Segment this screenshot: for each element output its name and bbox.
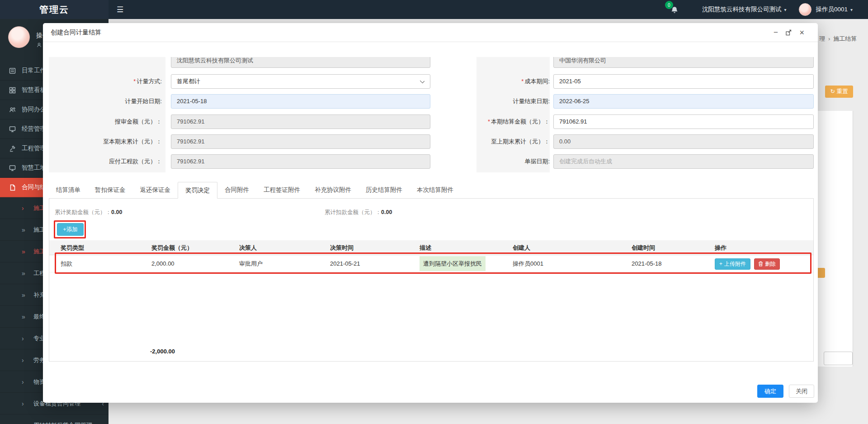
app-logo: 管理云 [0,0,108,19]
plus-icon: + [719,261,722,267]
payable-field: 791062.91 [171,154,430,169]
chevron-down-icon: ▾ [784,7,786,12]
monitor-icon [9,126,16,133]
sidebar-subitem-turnover-lease[interactable]: ›周转材料租赁合同管理 [0,414,108,424]
chevron-right-icon: › [22,335,33,342]
background-panel-fragment [816,111,853,367]
report-amount-field: 791062.91 [171,114,430,129]
measure-end-input[interactable]: 2022-06-25 [553,94,814,109]
cum-to-current-label: 至本期末累计（元）： [49,134,162,149]
chevron-right-icon: › [22,422,33,424]
measure-start-label: 计量开始日期: [49,94,162,109]
form-row-cumulative: 至本期末累计（元）： 791062.91 至上期末累计（元）： 0.00 [49,134,814,149]
doc-date-label: 单据日期: [465,154,550,169]
tab-current-attachment[interactable]: 本次结算附件 [410,182,461,199]
cell-type: 扣款 [61,255,151,272]
notification-badge: 0 [665,1,673,9]
cell-decision-time: 2021-05-21 [330,255,420,272]
top-bar: 管理云 ☰ 0 沈阳慧筑云科技有限公司测试 ▾ 操作员0001 ▾ [0,0,868,19]
chevron-down-icon: ▾ [850,7,853,12]
minimize-icon[interactable]: − [774,23,778,42]
close-icon[interactable]: × [799,23,804,42]
tab-reward-penalty[interactable]: 奖罚决定 [178,182,217,199]
tab-settlement-list[interactable]: 结算清单 [49,182,88,199]
background-box-fragment [824,352,853,365]
tab-contract-attachment[interactable]: 合同附件 [217,182,256,199]
table-header: 奖罚类型 奖罚金额（元） 决策人 决策时间 描述 创建人 创建时间 操作 [49,240,813,255]
notifications-button[interactable]: 0 [668,3,681,16]
form-row-dates: 计量开始日期: 2021-05-18 计量结束日期: 2022-06-25 [49,94,814,109]
person-icon [37,43,42,48]
trash-icon [758,261,763,267]
chevron-right-icon: › [22,400,33,407]
party-a-field: 沈阳慧筑云科技有限公司测试 [171,57,430,68]
delete-button[interactable]: 删除 [754,258,780,270]
tab-returned-deposit[interactable]: 返还保证金 [133,182,178,199]
refresh-icon: ↻ [830,88,835,95]
cost-period-label: *成本期间: [465,74,550,89]
chevrons-right-icon: » [22,313,33,320]
measure-start-input[interactable]: 2021-05-18 [171,94,430,109]
form-row-payable-docdate: 应付工程款（元）： 791062.91 单据日期: 创建完成后自动生成 [49,154,814,169]
chevron-right-icon: › [22,357,33,364]
current-amount-label: *本期结算金额（元）： [465,114,550,129]
tab-visa-attachment[interactable]: 工程签证附件 [256,182,307,199]
form-row-method-period: *计量方式: 首尾都计 *成本期间: 2021-05 [49,74,814,89]
chevron-down-icon [420,79,425,83]
topbar-right: 0 沈阳慧筑云科技有限公司测试 ▾ 操作员0001 ▾ [668,0,853,19]
list-icon [9,67,16,74]
report-amount-label: 报审金额（元）： [49,114,162,129]
chevrons-right-icon: » [22,248,33,255]
modal-title: 创建合同计量结算 [51,23,101,42]
user-menu[interactable]: 操作员0001 [816,5,848,14]
breadcrumb-fragment: 理 [819,35,825,42]
users-icon [9,106,16,113]
chevron-right-icon: › [22,205,33,212]
breadcrumb: 理›施工结算 [819,35,857,43]
tab-supplement-attachment[interactable]: 补充协议附件 [307,182,359,199]
chevrons-right-icon: » [22,291,33,299]
close-button[interactable]: 关闭 [789,385,814,398]
cell-created-time: 2021-05-18 [632,255,715,272]
cost-period-input[interactable]: 2021-05 [553,74,814,89]
table-row[interactable]: 扣款 2,000.00 审批用户 2021-05-21 遭到隔壁小区举报扰民 操… [49,255,813,272]
plus-icon: + [63,226,66,233]
breadcrumb-separator: › [828,35,830,42]
company-selector[interactable]: 沈阳慧筑云科技有限公司测试 [702,5,782,14]
description-highlight: 遭到隔壁小区举报扰民 [420,256,486,271]
cell-actions: +上传附件 删除 [715,255,813,272]
dashboard-icon [9,87,16,94]
breadcrumb-current: 施工结算 [833,35,857,42]
reset-button[interactable]: ↻ 重置 [825,86,853,98]
create-settlement-modal: 创建合同计量结算 − × 沈阳慧筑云科技有限公司测试 中国华润有限公司 *计量方… [43,23,818,403]
settlement-form: 沈阳慧筑云科技有限公司测试 中国华润有限公司 *计量方式: 首尾都计 *成本期间… [49,57,814,172]
cum-to-current-field: 791062.91 [171,134,430,149]
tab-history-attachment[interactable]: 历史结算附件 [359,182,410,199]
measure-end-label: 计量结束日期: [465,94,550,109]
reward-penalty-panel: 累计奖励金额（元）：0.00 累计扣款金额（元）：0.00 +添加 奖罚类型 奖… [49,198,814,362]
confirm-button[interactable]: 确定 [757,385,783,398]
tab-withheld-deposit[interactable]: 暂扣保证金 [88,182,133,199]
cell-description: 遭到隔壁小区举报扰民 [420,255,513,272]
doc-date-field: 创建完成后自动生成 [553,154,814,169]
user-avatar[interactable] [799,3,811,16]
chevron-right-icon: › [22,378,33,386]
reward-total: 累计奖励金额（元）：0.00 [55,209,122,217]
sidebar-toggle-icon[interactable]: ☰ [117,0,123,19]
cum-to-prev-field: 0.00 [553,134,814,149]
form-row-amounts: 报审金额（元）： 791062.91 *本期结算金额（元）： 791062.91 [49,114,814,129]
measure-method-label: *计量方式: [49,74,162,89]
file-icon [9,184,16,191]
cell-decision-maker: 审批用户 [239,255,330,272]
current-amount-input[interactable]: 791062.91 [553,114,814,129]
upload-attachment-button[interactable]: +上传附件 [715,258,750,270]
party-b-field: 中国华润有限公司 [553,57,814,68]
cell-creator: 操作员0001 [513,255,632,272]
maximize-icon[interactable] [785,23,792,42]
measure-method-select[interactable]: 首尾都计 [171,74,430,89]
add-button[interactable]: +添加 [57,223,84,236]
chevrons-right-icon: » [22,226,33,233]
profile-avatar[interactable] [8,26,30,48]
cell-amount: 2,000.00 [151,255,239,272]
modal-header: 创建合同计量结算 − × [43,23,818,42]
